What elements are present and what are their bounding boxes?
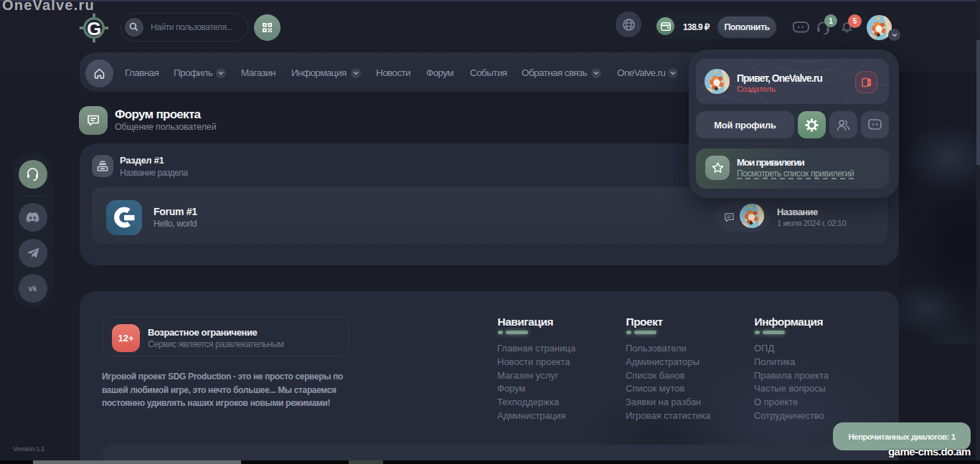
svg-text:vk: vk [28, 284, 37, 292]
svg-text:G: G [87, 18, 101, 39]
